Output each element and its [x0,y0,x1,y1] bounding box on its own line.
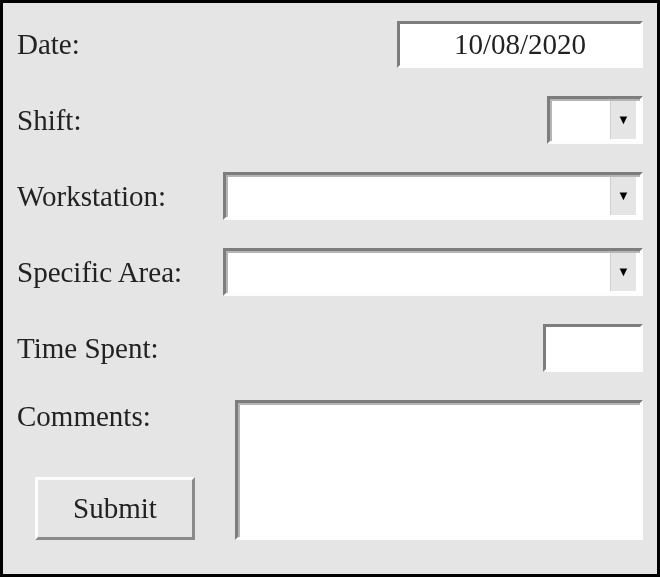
specific-area-row: Specific Area: ▼ [17,248,643,296]
chevron-down-icon: ▼ [610,253,636,291]
chevron-down-icon: ▼ [610,101,636,139]
time-spent-row: Time Spent: [17,324,643,372]
chevron-down-icon: ▼ [610,177,636,215]
comments-textarea[interactable] [235,400,643,540]
workstation-label: Workstation: [17,180,166,213]
workstation-row: Workstation: ▼ [17,172,643,220]
date-label: Date: [17,28,80,61]
time-spent-label: Time Spent: [17,332,159,365]
shift-select-value [550,107,610,134]
date-row: Date: [17,21,643,68]
submit-button[interactable]: Submit [35,477,195,540]
specific-area-select-value [226,259,610,286]
form-panel: Date: Shift: ▼ Workstation: ▼ Specific A… [0,0,660,577]
workstation-select-value [226,183,610,210]
shift-label: Shift: [17,104,81,137]
specific-area-label: Specific Area: [17,256,182,289]
shift-select[interactable]: ▼ [547,96,643,144]
comments-left: Comments: Submit [17,400,235,540]
shift-row: Shift: ▼ [17,96,643,144]
comments-label: Comments: [17,400,227,433]
specific-area-select[interactable]: ▼ [223,248,643,296]
comments-row: Comments: Submit [17,400,643,540]
date-input[interactable] [397,21,643,68]
workstation-select[interactable]: ▼ [223,172,643,220]
time-spent-input[interactable] [543,324,643,372]
